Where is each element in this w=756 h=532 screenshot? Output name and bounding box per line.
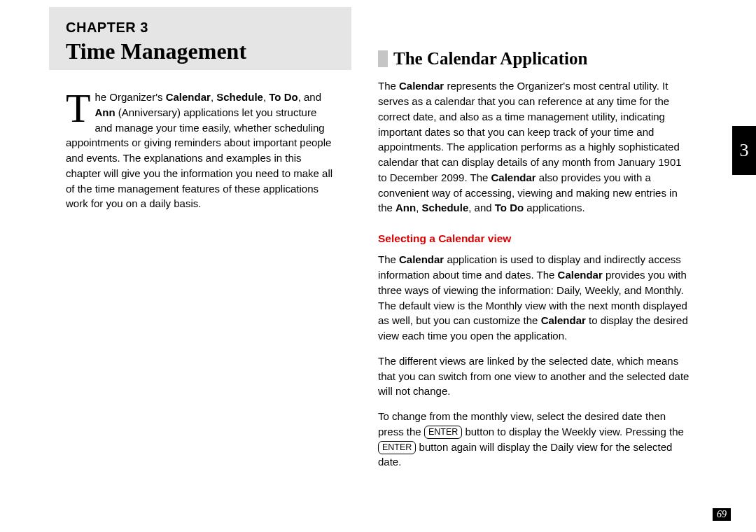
text: applications.	[524, 202, 585, 214]
text: , and	[298, 91, 321, 103]
body-paragraph: The different views are linked by the se…	[378, 354, 693, 399]
right-column: The Calendar Application The Calendar re…	[378, 46, 693, 479]
text: represents the Organizer's most central …	[378, 80, 682, 183]
subheading: Selecting a Calendar view	[378, 231, 693, 246]
page-number: 69	[713, 508, 731, 521]
text: ,	[263, 91, 269, 103]
keycap-enter: ENTER	[378, 441, 416, 454]
left-column: T he Organizer's Calendar, Schedule, To …	[66, 90, 333, 221]
text: The	[378, 80, 399, 92]
text-bold: To Do	[269, 91, 298, 103]
text-bold: To Do	[495, 202, 524, 214]
text: (Anniversary) applications let you struc…	[66, 106, 332, 210]
text-bold: Schedule	[422, 202, 469, 214]
text: ,	[416, 202, 421, 214]
dropcap: T	[66, 91, 94, 126]
text-bold: Ann	[94, 106, 115, 118]
chapter-tab-number: 3	[740, 140, 749, 161]
chapter-label: CHAPTER 3	[66, 20, 351, 36]
text: , and	[468, 202, 495, 214]
chapter-tab: 3	[732, 126, 756, 175]
body-paragraph: The Calendar application is used to disp…	[378, 252, 693, 344]
text-bold: Calendar	[166, 91, 211, 103]
text: The	[378, 253, 399, 265]
text-bold: Calendar	[399, 253, 444, 265]
text-bold: Calendar	[399, 80, 444, 92]
text-bold: Schedule	[216, 91, 263, 103]
chapter-title: Time Management	[66, 38, 351, 64]
text: he Organizer's	[94, 91, 165, 103]
body-paragraph: The Calendar represents the Organizer's …	[378, 78, 693, 216]
text: button again will display the Daily view…	[378, 441, 672, 468]
intro-paragraph: T he Organizer's Calendar, Schedule, To …	[66, 90, 333, 211]
manual-page: CHAPTER 3 Time Management T he Organizer…	[0, 0, 756, 532]
text-bold: Calendar	[541, 314, 586, 326]
section-heading: The Calendar Application	[378, 46, 693, 71]
text-bold: Calendar	[558, 269, 603, 281]
text: button to display the Weekly view. Press…	[462, 426, 684, 438]
text-bold: Calendar	[491, 172, 536, 183]
section-title: The Calendar Application	[393, 46, 587, 71]
keycap-enter: ENTER	[424, 426, 462, 439]
chapter-header: CHAPTER 3 Time Management	[49, 7, 351, 70]
text-bold: Ann	[396, 202, 416, 214]
body-paragraph: To change from the monthly view, select …	[378, 409, 693, 470]
section-accent-bar	[378, 50, 388, 67]
text: ,	[211, 91, 216, 103]
